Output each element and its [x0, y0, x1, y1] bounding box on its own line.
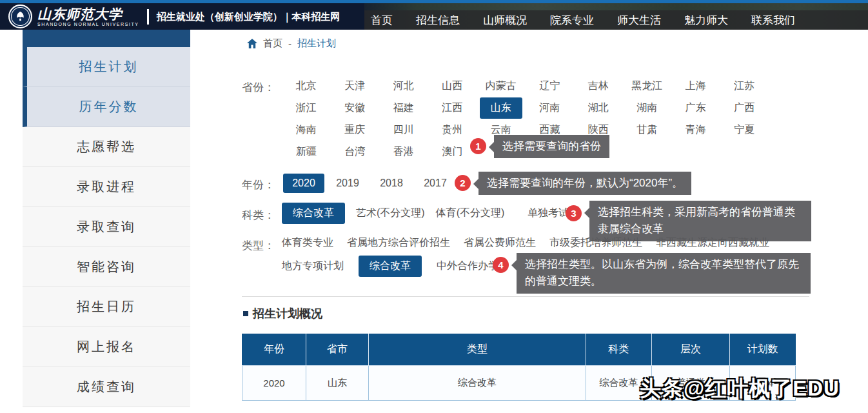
- sidebar-item-admission-calendar[interactable]: 招生日历: [23, 287, 190, 327]
- section-title-text: 招生计划概况: [253, 306, 322, 321]
- nav-item-charm[interactable]: 魅力师大: [684, 13, 728, 28]
- sidebar-item-volunteer-help[interactable]: 志愿帮选: [23, 127, 190, 167]
- year-option[interactable]: 2018: [370, 177, 413, 189]
- province-row-2: 浙江 安徽 福建 江西 山东 河南 湖北 湖南 广东 广西: [282, 97, 769, 119]
- province-option[interactable]: 重庆: [331, 123, 380, 137]
- section-divider: [242, 296, 809, 297]
- province-option[interactable]: 内蒙古: [477, 79, 526, 93]
- category-option-selected[interactable]: 综合改革: [282, 203, 345, 224]
- step-2-badge: 2: [455, 175, 471, 191]
- province-option[interactable]: 浙江: [282, 101, 331, 115]
- type-option[interactable]: 省属公费师范生: [464, 236, 536, 250]
- nav-item-overview[interactable]: 山师概况: [483, 13, 527, 28]
- province-option[interactable]: 贵州: [428, 123, 477, 137]
- sidebar-item-admission-plan[interactable]: 招生计划: [23, 47, 190, 87]
- type-option-selected[interactable]: 综合改革: [359, 256, 422, 277]
- site-header: 山东师范大学 SHANDONG NORMAL UNIVERSITY 招生就业处（…: [0, 3, 868, 30]
- province-option[interactable]: 北京: [282, 79, 331, 93]
- province-option[interactable]: 辽宁: [526, 79, 575, 93]
- square-bullet-icon: [243, 311, 248, 316]
- home-icon[interactable]: [247, 39, 257, 48]
- university-name-block: 山东师范大学 SHANDONG NORMAL UNIVERSITY: [37, 7, 139, 26]
- nav-item-contact[interactable]: 联系我们: [751, 13, 795, 28]
- type-row-2: 地方专项计划 综合改革 中外合作办学: [282, 255, 498, 277]
- watermark: 头条@红叶枫了EDU: [640, 374, 840, 403]
- cell-type: 综合改革: [369, 366, 586, 401]
- province-option[interactable]: 河北: [379, 79, 428, 93]
- nav-item-home[interactable]: 首页: [371, 13, 393, 28]
- site-title: 招生就业处（创新创业学院）｜本科招生网: [147, 9, 340, 25]
- sidebar: 招生计划 历年分数 志愿帮选 录取进程 录取查询 智能咨询 招生日历 网上报名 …: [23, 30, 190, 407]
- breadcrumb-home[interactable]: 首页: [263, 37, 282, 50]
- province-option[interactable]: 广西: [720, 101, 769, 115]
- col-level: 层次: [652, 334, 730, 366]
- sidebar-item-admission-query[interactable]: 录取查询: [23, 207, 190, 247]
- nav-item-campus-life[interactable]: 师大生活: [617, 13, 661, 28]
- col-category: 科类: [586, 334, 652, 366]
- nav-item-admission-info[interactable]: 招生信息: [416, 13, 460, 28]
- sidebar-header-block: [23, 30, 190, 47]
- page: 山东师范大学 SHANDONG NORMAL UNIVERSITY 招生就业处（…: [0, 0, 868, 413]
- category-row: 综合改革 艺术(不分文理) 体育(不分文理) 单独考试: [282, 203, 569, 223]
- callout-1-tooltip: 选择需要查询的省份: [494, 135, 609, 158]
- nav-item-departments[interactable]: 院系专业: [550, 13, 594, 28]
- province-option[interactable]: 湖南: [623, 101, 672, 115]
- province-option[interactable]: 吉林: [574, 79, 623, 93]
- step-1-badge: 1: [470, 138, 486, 154]
- type-option[interactable]: 地方专项计划: [282, 259, 344, 273]
- category-option[interactable]: 艺术(不分文理): [356, 206, 425, 220]
- type-option[interactable]: 体育类专业: [282, 236, 333, 250]
- province-option[interactable]: 福建: [379, 101, 428, 115]
- step-4-badge: 4: [493, 257, 509, 273]
- col-province: 省市: [306, 334, 369, 366]
- province-option[interactable]: 青海: [671, 123, 720, 137]
- province-filter-label: 省份：: [242, 80, 275, 95]
- sidebar-item-past-scores[interactable]: 历年分数: [23, 87, 190, 127]
- province-row-4: 新疆 台湾 香港 澳门: [282, 141, 477, 163]
- callout-3-tooltip: 选择招生科类，采用新高考的省份普通类隶属综合改革: [589, 201, 811, 241]
- province-option[interactable]: 安徽: [331, 101, 380, 115]
- province-option[interactable]: 新疆: [282, 145, 331, 159]
- province-option[interactable]: 广东: [671, 101, 720, 115]
- province-option[interactable]: 台湾: [331, 145, 380, 159]
- selected-year-badge[interactable]: 2020: [283, 174, 324, 193]
- selected-province-badge[interactable]: 山东: [480, 97, 522, 119]
- province-option[interactable]: 澳门: [428, 145, 477, 159]
- category-filter-label: 科类：: [242, 208, 275, 223]
- type-option[interactable]: 省属地方综合评价招生: [347, 236, 450, 250]
- year-option[interactable]: 2019: [326, 177, 370, 189]
- sidebar-item-score-query[interactable]: 成绩查询: [23, 367, 190, 407]
- type-option[interactable]: 中外合作办学: [437, 259, 498, 273]
- year-option[interactable]: 2017: [413, 177, 457, 189]
- province-option[interactable]: 湖北: [574, 101, 623, 115]
- sidebar-item-smart-consult[interactable]: 智能咨询: [23, 247, 190, 287]
- province-row-1: 北京 天津 河北 山西 内蒙古 辽宁 吉林 黑龙江 上海 江苏: [282, 75, 769, 97]
- province-option[interactable]: 江苏: [720, 79, 769, 93]
- province-option[interactable]: 黑龙江: [623, 79, 672, 93]
- province-option[interactable]: 上海: [671, 79, 720, 93]
- breadcrumb-current: 招生计划: [297, 37, 336, 50]
- province-option[interactable]: 天津: [331, 79, 380, 93]
- cell-year: 2020: [242, 366, 306, 401]
- section-title: 招生计划概况: [243, 306, 322, 321]
- province-option[interactable]: 香港: [379, 145, 428, 159]
- breadcrumb: 首页 - 招生计划: [247, 37, 336, 50]
- step-3-badge: 3: [566, 205, 582, 221]
- callout-2-tooltip: 选择需要查询的年份，默认为“2020年”。: [478, 172, 691, 195]
- province-option[interactable]: 宁夏: [720, 123, 769, 137]
- province-option[interactable]: 河南: [526, 101, 575, 115]
- year-option-selected[interactable]: 2020: [282, 174, 326, 193]
- sidebar-item-admission-progress[interactable]: 录取进程: [23, 167, 190, 207]
- sidebar-item-online-signup[interactable]: 网上报名: [23, 327, 190, 367]
- province-option[interactable]: 海南: [282, 123, 331, 137]
- category-option[interactable]: 单独考试: [528, 206, 569, 220]
- top-nav: 首页 招生信息 山师概况 院系专业 师大生活 魅力师大 联系我们: [371, 10, 795, 30]
- col-year: 年份: [242, 334, 306, 366]
- category-option[interactable]: 体育(不分文理): [436, 206, 505, 220]
- province-option[interactable]: 江西: [428, 101, 477, 115]
- province-option[interactable]: 甘肃: [623, 123, 672, 137]
- province-option[interactable]: 四川: [379, 123, 428, 137]
- university-logo-icon: [8, 5, 32, 28]
- province-option[interactable]: 山西: [428, 79, 477, 93]
- province-option-selected[interactable]: 山东: [477, 97, 526, 119]
